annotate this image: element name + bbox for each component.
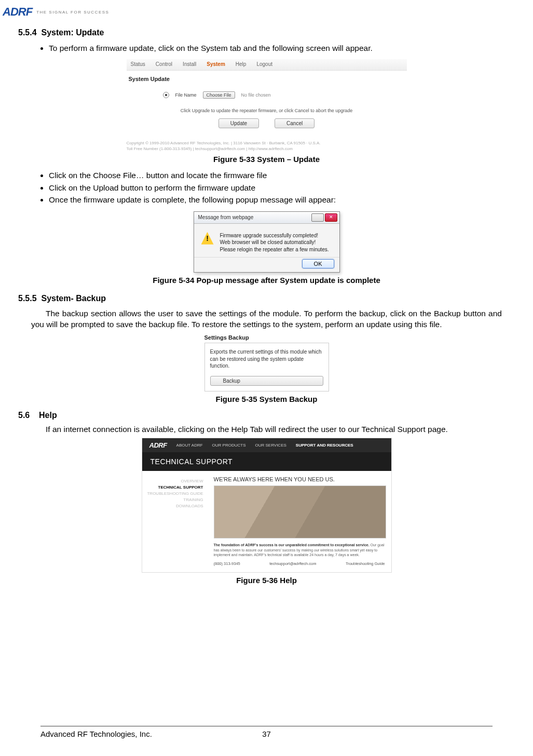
footer-spacer — [490, 730, 493, 738]
radio-icon[interactable] — [163, 92, 169, 98]
heading-number: 5.6 — [18, 411, 30, 420]
update-button[interactable]: Update — [218, 118, 259, 128]
heading-text: System- Backup — [41, 294, 106, 303]
dialog-title: Message from webpage — [198, 214, 254, 220]
fig36-headline: WE'RE ALWAYS HERE WHEN YOU NEED US. — [214, 476, 385, 482]
fig36-contacts: (800) 313-9345 techsupport@adrftech.com … — [214, 561, 385, 566]
nav-item-active[interactable]: SUPPORT AND RESOURCES — [296, 443, 353, 448]
heading-554: 5.5.4 System: Update — [18, 28, 502, 37]
tab-control[interactable]: Control — [156, 61, 172, 67]
fig36-navbar: ADRF ABOUT ADRF OUR PRODUCTS OUR SERVICE… — [142, 438, 391, 452]
support-team-image — [214, 485, 386, 538]
figure-5-35-caption: Figure 5-35 System Backup — [31, 395, 502, 403]
page-footer: Advanced RF Technologies, Inc. 37 — [40, 726, 493, 738]
heading-555: 5.5.5 System- Backup — [18, 294, 502, 303]
heading-number: 5.5.5 — [18, 294, 37, 303]
figure-5-33-caption: Figure 5-33 System – Update — [31, 155, 502, 164]
support-email: techsupport@adrftech.com — [269, 561, 316, 566]
sidebar-item[interactable]: TROUBLESHOOTING GUIDE — [146, 491, 203, 497]
no-file-text: No file chosen — [241, 92, 271, 98]
section-555-body: The backup section allows the user to sa… — [31, 308, 502, 330]
logo: ADRF — [3, 5, 32, 19]
figure-5-34: Message from webpage ✕ ! Firmware upgrad… — [194, 211, 340, 273]
fig33-footer: Copyright © 1999-2010 Advanced RF Techno… — [127, 138, 407, 152]
figure-5-36: ADRF ABOUT ADRF OUR PRODUCTS OUR SERVICE… — [142, 438, 392, 572]
heading-text: System: Update — [41, 28, 104, 37]
fig33-footer-line2: Toll Free Number (1-800-313-9345) | tech… — [127, 146, 407, 152]
fig36-content: WE'RE ALWAYS HERE WHEN YOU NEED US. The … — [208, 471, 391, 572]
fig35-desc: Exports the current settings of this mod… — [210, 348, 323, 370]
section-56-body: If an internet connection is available, … — [31, 424, 502, 435]
tab-logout[interactable]: Logout — [256, 61, 272, 67]
ok-button[interactable]: OK — [302, 259, 334, 268]
figure-5-34-caption: Figure 5-34 Pop-up message after System … — [31, 276, 502, 285]
list-item: Click on the Choose File… button and loc… — [49, 170, 502, 181]
list-item: To perform a firmware update, click on t… — [49, 43, 502, 54]
logo-tagline: THE SIGNAL FOR SUCCESS — [36, 10, 109, 15]
sidebar-item[interactable]: TRAINING — [146, 497, 203, 503]
page-header: ADRF THE SIGNAL FOR SUCCESS — [3, 5, 502, 19]
footer-page-number: 37 — [262, 730, 271, 738]
fig36-main: OVERVIEW TECHNICAL SUPPORT TROUBLESHOOTI… — [142, 471, 391, 572]
dialog-message: Firmware upgrade successfully completed!… — [220, 232, 329, 253]
tab-help[interactable]: Help — [236, 61, 247, 67]
nav-item[interactable]: OUR SERVICES — [255, 443, 286, 448]
fig35-box: Exports the current settings of this mod… — [204, 343, 329, 392]
figure-5-36-caption: Figure 5-36 Help — [31, 576, 502, 585]
warning-icon: ! — [201, 232, 214, 253]
brand-logo: ADRF — [149, 441, 167, 449]
fig36-sidebar: OVERVIEW TECHNICAL SUPPORT TROUBLESHOOTI… — [142, 471, 208, 572]
heading-text: Help — [39, 411, 57, 420]
fig33-buttons: Update Cancel — [127, 118, 407, 138]
dialog-body: ! Firmware upgrade successfully complete… — [194, 224, 339, 258]
sidebar-item[interactable]: DOWNLOADS — [146, 503, 203, 509]
dialog-line: Web browser will be closed automatically… — [220, 239, 329, 246]
fig33-file-row: File Name Choose File No file chosen — [127, 87, 407, 106]
dialog-line: Firmware upgrade successfully completed! — [220, 232, 329, 239]
cancel-button[interactable]: Cancel — [275, 118, 315, 128]
fig36-banner: TECHNICAL SUPPORT — [142, 452, 391, 471]
tab-install[interactable]: Install — [183, 61, 196, 67]
tab-system[interactable]: System — [207, 61, 225, 67]
figure-5-35: Settings Backup Exports the current sett… — [204, 334, 329, 392]
fig36-description: The foundation of ADRF's success is our … — [214, 543, 385, 557]
fig35-title: Settings Backup — [204, 334, 329, 343]
figure-5-33: Status Control Install System Help Logou… — [127, 59, 407, 152]
dialog-footer: OK — [194, 257, 339, 272]
list-item: Once the firmware update is complete, th… — [49, 194, 502, 206]
footer-company: Advanced RF Technologies, Inc. — [40, 730, 152, 738]
tab-status[interactable]: Status — [131, 61, 145, 67]
sidebar-item[interactable]: OVERVIEW — [146, 478, 203, 484]
bullet-list-2: Click on the Choose File… button and loc… — [36, 170, 502, 206]
fig33-footer-line1: Copyright © 1999-2010 Advanced RF Techno… — [127, 141, 407, 146]
backup-button[interactable]: Backup — [210, 376, 323, 386]
fig33-hint: Click Upgrade to update the repeater fir… — [127, 106, 407, 118]
dialog-titlebar: Message from webpage ✕ — [194, 212, 339, 224]
close-icon[interactable]: ✕ — [325, 213, 337, 222]
window-controls: ✕ — [311, 213, 337, 222]
dialog-line: Please relogin the repeater after a few … — [220, 246, 329, 253]
document-page: ADRF THE SIGNAL FOR SUCCESS 5.5.4 System… — [0, 0, 533, 756]
list-item: Click on the Upload button to perform th… — [49, 182, 502, 194]
bullet-list-1: To perform a firmware update, click on t… — [36, 43, 502, 54]
fig33-tabs: Status Control Install System Help Logou… — [127, 59, 407, 71]
filename-label: File Name — [175, 92, 197, 98]
heading-number: 5.5.4 — [18, 28, 37, 37]
sidebar-item-active[interactable]: TECHNICAL SUPPORT — [146, 484, 203, 491]
nav-item[interactable]: ABOUT ADRF — [176, 443, 203, 448]
desc-bold: The foundation of ADRF's success is our … — [214, 543, 370, 547]
troubleshooting-link[interactable]: Troubleshooting Guide — [346, 561, 385, 566]
minimize-icon[interactable] — [311, 213, 324, 222]
choose-file-button[interactable]: Choose File — [203, 91, 235, 99]
nav-item[interactable]: OUR PRODUCTS — [212, 443, 246, 448]
support-phone: (800) 313-9345 — [214, 561, 240, 566]
fig33-title: System Update — [127, 71, 407, 87]
heading-56: 5.6 Help — [18, 411, 502, 420]
